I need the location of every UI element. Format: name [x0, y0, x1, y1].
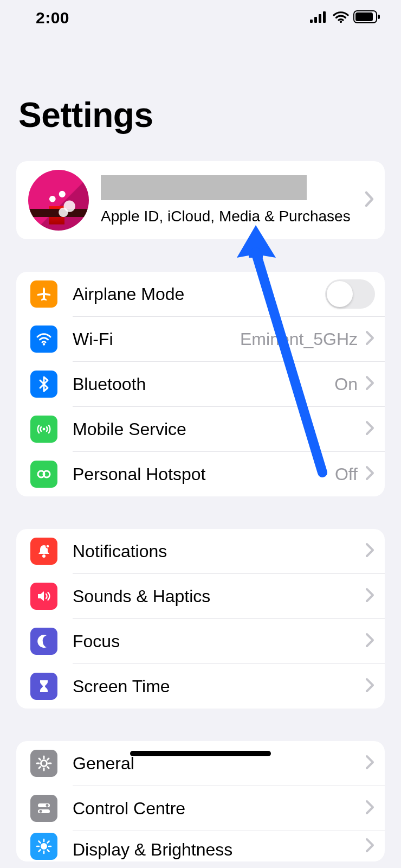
chevron-right-icon [365, 837, 375, 856]
system-group: General Control Centre Display & Brightn… [16, 741, 385, 861]
gear-icon [30, 750, 57, 777]
wifi-label: Wi-Fi [73, 329, 240, 349]
home-indicator [130, 751, 271, 756]
focus-row[interactable]: Focus [16, 619, 385, 663]
svg-line-35 [39, 850, 41, 852]
page-title: Settings [0, 35, 401, 151]
chevron-right-icon [365, 632, 375, 650]
screen-time-label: Screen Time [73, 676, 363, 697]
chevron-right-icon [365, 375, 375, 393]
svg-point-27 [41, 843, 47, 850]
hotspot-icon [30, 461, 57, 488]
attention-group: Notifications Sounds & Haptics Focus Scr… [16, 529, 385, 709]
personal-hotspot-label: Personal Hotspot [73, 464, 335, 484]
chevron-right-icon [365, 420, 375, 438]
avatar [28, 170, 89, 231]
svg-point-24 [46, 804, 49, 807]
bluetooth-value: On [334, 374, 358, 394]
chevron-right-icon [364, 190, 375, 210]
apple-id-row[interactable]: Apple ID, iCloud, Media & Purchases [16, 161, 385, 239]
control-centre-label: Control Centre [73, 799, 363, 819]
connectivity-group: Airplane Mode Wi-Fi Eminent_5GHz Bluetoo… [16, 272, 385, 496]
airplane-icon [30, 280, 57, 308]
svg-point-9 [43, 428, 46, 431]
wifi-icon [333, 11, 349, 25]
svg-point-26 [40, 810, 42, 813]
svg-line-20 [48, 767, 49, 769]
chevron-right-icon [365, 799, 375, 818]
airplane-mode-label: Airplane Mode [73, 284, 325, 304]
profile-texts: Apple ID, iCloud, Media & Purchases [101, 175, 364, 225]
svg-rect-0 [310, 20, 313, 23]
brightness-icon [30, 833, 57, 860]
general-label: General [73, 754, 363, 774]
svg-point-12 [42, 554, 46, 558]
chevron-right-icon [365, 542, 375, 560]
display-brightness-row[interactable]: Display & Brightness [16, 831, 385, 861]
bluetooth-label: Bluetooth [73, 374, 334, 394]
notifications-row[interactable]: Notifications [16, 529, 385, 573]
svg-line-33 [48, 850, 49, 852]
airplane-mode-row[interactable]: Airplane Mode [16, 272, 385, 316]
status-indicators [310, 10, 380, 25]
svg-line-32 [39, 841, 41, 843]
focus-label: Focus [73, 631, 363, 652]
sounds-row[interactable]: Sounds & Haptics [16, 574, 385, 618]
svg-point-8 [43, 343, 45, 345]
bluetooth-icon [30, 371, 57, 398]
status-time: 2:00 [36, 9, 69, 27]
wifi-row[interactable]: Wi-Fi Eminent_5GHz [16, 317, 385, 361]
moon-icon [30, 628, 57, 655]
svg-line-22 [39, 767, 41, 769]
svg-rect-3 [323, 11, 326, 23]
bluetooth-row[interactable]: Bluetooth On [16, 362, 385, 406]
battery-icon [353, 10, 380, 25]
svg-line-34 [48, 841, 49, 843]
svg-point-14 [41, 761, 47, 767]
svg-rect-1 [314, 17, 317, 23]
svg-rect-7 [378, 15, 380, 19]
bell-icon [30, 538, 57, 565]
profile-subtitle: Apple ID, iCloud, Media & Purchases [101, 208, 364, 225]
status-bar: 2:00 [0, 0, 401, 35]
svg-rect-2 [319, 14, 321, 23]
chevron-right-icon [365, 465, 375, 483]
general-row[interactable]: General [16, 741, 385, 786]
airplane-mode-toggle[interactable] [325, 279, 375, 309]
personal-hotspot-value: Off [335, 464, 358, 484]
hourglass-icon [30, 673, 57, 700]
svg-point-13 [46, 545, 49, 548]
mobile-service-label: Mobile Service [73, 419, 363, 439]
antenna-icon [30, 416, 57, 443]
wifi-value: Eminent_5GHz [240, 329, 358, 349]
display-brightness-label: Display & Brightness [73, 840, 363, 860]
chevron-right-icon [365, 677, 375, 695]
profile-name-redacted [101, 175, 307, 200]
chevron-right-icon [365, 587, 375, 605]
wifi-settings-icon [30, 326, 57, 353]
svg-line-21 [48, 758, 49, 760]
cellular-icon [310, 11, 328, 25]
svg-point-4 [340, 20, 342, 22]
svg-line-19 [39, 758, 41, 760]
profile-group: Apple ID, iCloud, Media & Purchases [16, 161, 385, 239]
mobile-service-row[interactable]: Mobile Service [16, 407, 385, 451]
toggles-icon [30, 795, 57, 822]
chevron-right-icon [365, 754, 375, 773]
personal-hotspot-row[interactable]: Personal Hotspot Off [16, 452, 385, 496]
notifications-label: Notifications [73, 541, 363, 561]
sounds-label: Sounds & Haptics [73, 586, 363, 607]
svg-rect-6 [355, 12, 373, 21]
control-centre-row[interactable]: Control Centre [16, 786, 385, 831]
chevron-right-icon [365, 330, 375, 348]
screen-time-row[interactable]: Screen Time [16, 664, 385, 709]
speaker-icon [30, 583, 57, 610]
